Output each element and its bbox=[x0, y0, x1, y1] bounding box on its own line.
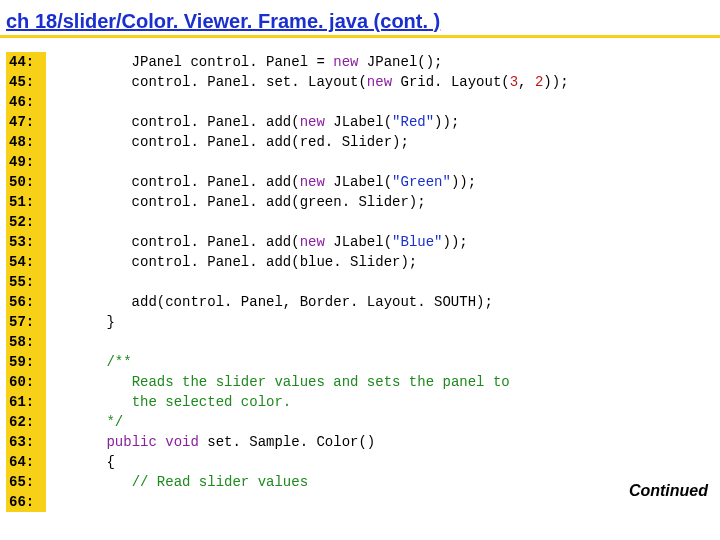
line-number: 50: bbox=[9, 172, 43, 192]
line-number: 64: bbox=[9, 452, 43, 472]
line-number: 54: bbox=[9, 252, 43, 272]
line-number: 51: bbox=[9, 192, 43, 212]
line-number: 44: bbox=[9, 52, 43, 72]
line-number: 55: bbox=[9, 272, 43, 292]
code-line: Reads the slider values and sets the pan… bbox=[56, 372, 569, 392]
code-line: control. Panel. add(green. Slider); bbox=[56, 192, 569, 212]
code-line bbox=[56, 492, 569, 512]
line-number: 63: bbox=[9, 432, 43, 452]
line-number: 61: bbox=[9, 392, 43, 412]
line-number: 58: bbox=[9, 332, 43, 352]
code-line: /** bbox=[56, 352, 569, 372]
code-line bbox=[56, 92, 569, 112]
code-body: 44:45:46:47:48:49:50:51:52:53:54:55:56:5… bbox=[0, 38, 720, 512]
line-number: 47: bbox=[9, 112, 43, 132]
line-number: 59: bbox=[9, 352, 43, 372]
code-line: // Read slider values bbox=[56, 472, 569, 492]
code-line: control. Panel. add(new JLabel("Green"))… bbox=[56, 172, 569, 192]
code-line: control. Panel. add(blue. Slider); bbox=[56, 252, 569, 272]
code-line bbox=[56, 152, 569, 172]
line-number: 49: bbox=[9, 152, 43, 172]
code-line bbox=[56, 212, 569, 232]
line-number: 62: bbox=[9, 412, 43, 432]
code-line: add(control. Panel, Border. Layout. SOUT… bbox=[56, 292, 569, 312]
line-number: 65: bbox=[9, 472, 43, 492]
line-number: 60: bbox=[9, 372, 43, 392]
code-line: the selected color. bbox=[56, 392, 569, 412]
line-number: 46: bbox=[9, 92, 43, 112]
slide-title: ch 18/slider/Color. Viewer. Frame. java … bbox=[6, 10, 440, 32]
line-number-gutter: 44:45:46:47:48:49:50:51:52:53:54:55:56:5… bbox=[6, 52, 46, 512]
code-line: } bbox=[56, 312, 569, 332]
code-line: control. Panel. add(red. Slider); bbox=[56, 132, 569, 152]
code-listing: JPanel control. Panel = new JPanel(); co… bbox=[46, 52, 569, 512]
code-line: { bbox=[56, 452, 569, 472]
code-line: control. Panel. add(new JLabel("Red")); bbox=[56, 112, 569, 132]
code-line: control. Panel. set. Layout(new Grid. La… bbox=[56, 72, 569, 92]
code-line: */ bbox=[56, 412, 569, 432]
line-number: 53: bbox=[9, 232, 43, 252]
line-number: 52: bbox=[9, 212, 43, 232]
code-line bbox=[56, 272, 569, 292]
code-line: JPanel control. Panel = new JPanel(); bbox=[56, 52, 569, 72]
continued-label: Continued bbox=[629, 482, 708, 500]
line-number: 56: bbox=[9, 292, 43, 312]
code-line: public void set. Sample. Color() bbox=[56, 432, 569, 452]
code-line: control. Panel. add(new JLabel("Blue")); bbox=[56, 232, 569, 252]
line-number: 57: bbox=[9, 312, 43, 332]
slide-title-bar: ch 18/slider/Color. Viewer. Frame. java … bbox=[0, 0, 720, 38]
code-line bbox=[56, 332, 569, 352]
line-number: 48: bbox=[9, 132, 43, 152]
line-number: 45: bbox=[9, 72, 43, 92]
line-number: 66: bbox=[9, 492, 43, 512]
